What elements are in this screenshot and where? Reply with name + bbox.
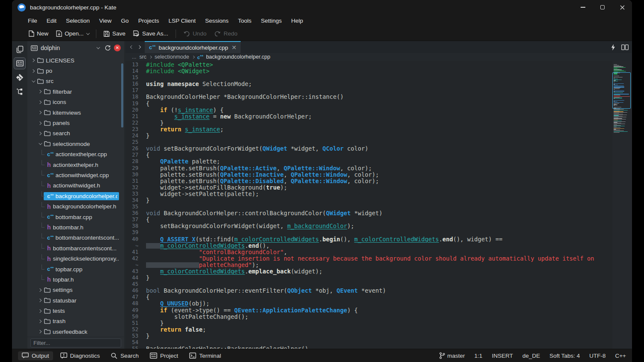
new-button[interactable]: New bbox=[25, 28, 52, 39]
tab-backgroundcolorhelper[interactable]: c++ backgroundcolorhelper.cpp ✕ bbox=[145, 41, 241, 53]
code-line-42[interactable]: 42 "Duplicate insertion is not necessary… bbox=[125, 255, 632, 262]
chevron-right-icon[interactable] bbox=[37, 90, 43, 93]
chevron-right-icon[interactable] bbox=[37, 101, 43, 104]
code-line-18[interactable]: 18BackgroundColorHelper *BackgroundColor… bbox=[125, 94, 632, 100]
chevron-right-icon[interactable] bbox=[37, 122, 43, 125]
code-line-49[interactable]: 49 if (event->type() == QEvent::Applicat… bbox=[125, 307, 632, 314]
code-editor[interactable]: 13#include <QPalette>14#include <QWidget… bbox=[125, 61, 632, 349]
menu-lsp-client[interactable]: LSP Client bbox=[164, 15, 200, 27]
code-line-32[interactable]: 32 widget->setAutoFillBackground(true); bbox=[125, 184, 632, 191]
code-line-35[interactable]: 35 bbox=[125, 204, 632, 210]
dropdown-chevron-icon[interactable] bbox=[86, 31, 89, 35]
code-line-21[interactable]: 21 s_instance = new BackgroundColorHelpe… bbox=[125, 113, 632, 120]
code-line-38[interactable]: 38 setBackgroundColorForWidget(widget, m… bbox=[125, 223, 632, 229]
tree-item-userfeedback[interactable]: userfeedback bbox=[27, 326, 124, 337]
chevron-right-icon[interactable] bbox=[30, 59, 36, 62]
status-c[interactable]: C++ bbox=[615, 353, 626, 359]
tree-item-selectionmode[interactable]: selectionmode bbox=[27, 139, 124, 149]
tree-item-bottombarcontentscont[interactable]: c++bottombarcontentscont... bbox=[27, 233, 124, 243]
menu-projects[interactable]: Projects bbox=[134, 15, 164, 27]
statusbar-project-button[interactable]: Project bbox=[146, 351, 182, 360]
tree-item-actiontexthelper-h[interactable]: hactiontexthelper.h bbox=[27, 160, 124, 170]
tree-item-bottombar-cpp[interactable]: c++bottombar.cpp bbox=[27, 212, 124, 222]
status-soft-tabs-4[interactable]: Soft Tabs: 4 bbox=[549, 353, 580, 359]
code-line-36[interactable]: 36void BackgroundColorHelper::controlBac… bbox=[125, 210, 632, 217]
tree-item-topbar-cpp[interactable]: c++topbar.cpp bbox=[27, 264, 124, 274]
code-line-50[interactable]: 50 slotPaletteChanged(); bbox=[125, 314, 632, 320]
code-line-26[interactable]: 26void setBackgroundColorForWidget(QWidg… bbox=[125, 145, 632, 152]
chevron-right-icon[interactable] bbox=[37, 132, 43, 135]
code-line-31[interactable]: 31 palette.setBrush(QPalette::Disabled, … bbox=[125, 178, 632, 184]
chevron-right-icon[interactable] bbox=[37, 310, 43, 312]
undo-button[interactable]: Undo bbox=[179, 28, 210, 39]
menu-go[interactable]: Go bbox=[116, 15, 134, 27]
close-button[interactable] bbox=[612, 0, 632, 15]
tree-scrollbar[interactable] bbox=[121, 63, 123, 128]
menu-tools[interactable]: Tools bbox=[233, 15, 256, 27]
status-utf-8[interactable]: UTF-8 bbox=[589, 353, 605, 359]
minimap[interactable] bbox=[614, 64, 630, 133]
code-line-23[interactable]: 23 return s_instance; bbox=[125, 126, 632, 133]
code-line-53[interactable]: 53} bbox=[125, 333, 632, 339]
quick-open-bolt-icon[interactable] bbox=[611, 44, 615, 50]
tab-close-icon[interactable]: ✕ bbox=[232, 44, 237, 51]
save-button[interactable]: Save bbox=[100, 28, 129, 39]
minimize-button[interactable] bbox=[573, 0, 593, 15]
tree-item-search[interactable]: search bbox=[27, 128, 124, 139]
chevron-right-icon[interactable] bbox=[30, 70, 36, 72]
code-line-45[interactable]: 45 bbox=[125, 281, 632, 288]
menu-sessions[interactable]: Sessions bbox=[200, 15, 233, 27]
code-line-47[interactable]: 47{ bbox=[125, 294, 632, 300]
code-line-51[interactable]: 51 } bbox=[125, 320, 632, 326]
statusbar-output-button[interactable]: Output bbox=[18, 351, 53, 360]
status-1-1[interactable]: 1:1 bbox=[474, 353, 483, 359]
status-insert[interactable]: INSERT bbox=[492, 353, 513, 359]
code-line-44[interactable]: 44} bbox=[125, 275, 632, 281]
tree-item-statusbar[interactable]: statusbar bbox=[27, 295, 124, 306]
status-master[interactable]: master bbox=[439, 352, 465, 359]
menu-settings[interactable]: Settings bbox=[256, 15, 286, 27]
chevron-down-icon[interactable] bbox=[37, 142, 43, 145]
code-line-22[interactable]: 22 } bbox=[125, 120, 632, 126]
chevron-right-icon[interactable] bbox=[37, 289, 43, 291]
chevron-right-icon[interactable] bbox=[37, 320, 43, 323]
chevron-right-icon[interactable] bbox=[37, 330, 43, 333]
code-line-wrap[interactable]: ↪paletteChanged"); bbox=[125, 262, 632, 268]
history-forward-button[interactable] bbox=[135, 41, 143, 53]
code-line-25[interactable]: 25 bbox=[125, 139, 632, 145]
tree-item-icons[interactable]: icons bbox=[27, 97, 124, 107]
code-line-wrap[interactable]: ↪m_colorControlledWidgets.end(), bbox=[125, 243, 632, 249]
tree-item-src[interactable]: src bbox=[27, 76, 124, 86]
statusbar-terminal-button[interactable]: Terminal bbox=[185, 351, 225, 360]
redo-button[interactable]: Redo bbox=[210, 28, 241, 39]
code-line-27[interactable]: 27{ bbox=[125, 152, 632, 158]
tree-item-panels[interactable]: panels bbox=[27, 118, 124, 128]
code-line-28[interactable]: 28 QPalette palette; bbox=[125, 158, 632, 165]
code-line-15[interactable]: 15 bbox=[125, 74, 632, 81]
breadcrumb-file[interactable]: backgroundcolorhelper.cpp bbox=[206, 54, 270, 60]
code-line-46[interactable]: 46bool BackgroundColorHelper::eventFilte… bbox=[125, 288, 632, 294]
menu-edit[interactable]: Edit bbox=[42, 15, 61, 27]
maximize-button[interactable] bbox=[593, 0, 612, 15]
toolview-projects-button[interactable] bbox=[14, 57, 26, 69]
code-line-34[interactable]: 34} bbox=[125, 197, 632, 204]
project-dropdown-chevron-icon[interactable] bbox=[96, 45, 100, 49]
toolview-git-button[interactable] bbox=[14, 71, 26, 83]
tree-item-bottombarcontentscont[interactable]: hbottombarcontentscont... bbox=[27, 243, 124, 253]
breadcrumb-selectionmode[interactable]: selectionmode bbox=[155, 54, 189, 60]
chevron-right-icon[interactable] bbox=[37, 111, 43, 114]
split-view-icon[interactable] bbox=[621, 45, 629, 50]
chevron-down-icon[interactable] bbox=[30, 80, 36, 83]
tree-item-trash[interactable]: trash bbox=[27, 316, 124, 326]
code-line-16[interactable]: 16using namespace SelectionMode; bbox=[125, 81, 632, 87]
code-line-30[interactable]: 30 palette.setBrush(QPalette::Inactive, … bbox=[125, 172, 632, 178]
statusbar-diagnostics-button[interactable]: Diagnostics bbox=[57, 351, 104, 360]
tree-item-singleclickselectionproxy[interactable]: hsingleclickselectionproxy... bbox=[27, 253, 124, 264]
tree-item-actiontexthelper-cpp[interactable]: c++actiontexthelper.cpp bbox=[27, 149, 124, 160]
open-button[interactable]: Open... bbox=[52, 28, 92, 39]
code-line-24[interactable]: 24} bbox=[125, 133, 632, 139]
project-filter-input[interactable] bbox=[30, 338, 121, 347]
tree-item-settings[interactable]: settings bbox=[27, 285, 124, 295]
save-as-button[interactable]: Save As... bbox=[129, 28, 172, 39]
tree-item-bottombar-h[interactable]: hbottombar.h bbox=[27, 222, 124, 232]
